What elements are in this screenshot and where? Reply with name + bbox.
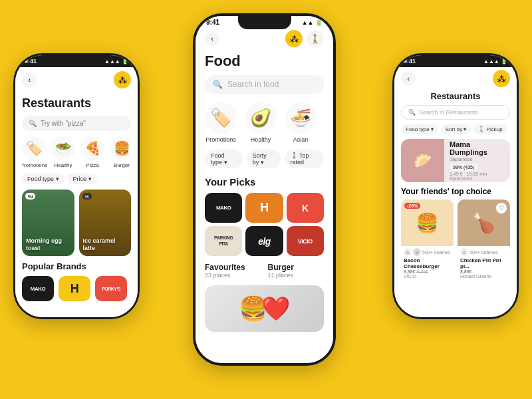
center-search-bar[interactable]: 🔍 Search in food [205,75,324,94]
left-page-title: Restaurants [22,94,131,116]
left-foodtype-filter[interactable]: Food type ▾ [22,174,65,184]
left-card-toast[interactable]: hg Morning eggtoast [22,190,74,256]
right-friend-card-1-brand: VICIO [404,274,451,279]
center-favourites-group: Favourites 23 places [205,263,261,279]
center-sortby-filter[interactable]: Sorty by ▾ [247,150,281,168]
right-friend-card-2-name: Chicken Piri Piri pl... [460,257,507,269]
left-cat-pizza-icon: 🍕 [80,136,104,160]
center-foodtype-filter[interactable]: Food type ▾ [205,150,243,168]
right-status-time: 9:41 [404,58,416,65]
right-rating-value: 98% (435) [453,165,474,170]
right-friend-card-1-info: A B 500+ ordered Bacon Cheeseburger 8,88… [401,246,454,281]
right-back-button[interactable]: ‹ [401,71,416,86]
center-notch [238,16,291,29]
right-foodtype-filter[interactable]: Food type ▾ [401,124,438,134]
center-cat-healthy-icon: 🥑 [245,102,277,134]
center-pick-vicio[interactable]: VICIO [287,226,324,256]
center-pick-h[interactable]: H [245,193,283,223]
left-phone: 9:41 ▲▲▲ 🔋 ‹ ⁂ Restaurants 🔍 🏷️ Promotio… [13,53,140,319]
left-search-icon: 🔍 [29,120,37,127]
left-search-bar[interactable]: 🔍 [22,116,131,131]
left-food-cards: hg Morning eggtoast aç Ice caramellatte [22,190,131,256]
left-brand-h[interactable]: H [59,276,90,301]
left-cat-promotions-label: Promotions [22,162,47,168]
right-menu-icon[interactable]: ⁂ [493,70,510,87]
center-pick-k[interactable]: K [287,193,324,223]
center-status-icons: ▲▲ 🔋 [302,19,323,26]
center-status-time: 9:41 [206,19,219,26]
center-pick-mako[interactable]: MAKO [205,193,242,223]
left-back-button[interactable]: ‹ [22,72,37,87]
center-phone: 9:41 ▲▲ 🔋 ‹ ⁂ 🚶 Food 🔍 Search in food 🏷️… [193,13,336,366]
right-friend-card-1-discount: -20% [404,203,420,209]
left-status-icons: ▲▲▲ 🔋 [104,59,128,65]
right-restaurant-details: 1,49 € · 10-20 min · Sponsored [450,172,505,181]
right-friend-card-2-heart[interactable]: ♡ [496,203,507,213]
center-banner-heart: ❤️ [261,295,291,323]
center-picks-grid: MAKO H K PARKINGPITA elg VICIO [205,193,324,256]
center-pick-parking[interactable]: PARKINGPITA [205,226,242,256]
left-brand-porkys[interactable]: PORKY'S [95,276,127,301]
center-cat-promotions-label: Promotions [205,136,236,143]
left-cat-burger-icon: 🍔 [110,136,131,160]
center-cat-asian-label: Asian [293,136,309,143]
right-friend-card-1-name: Bacon Cheeseburger [404,257,451,269]
right-friends-grid: 🍔 -20% A B 500+ ordered Bacon Cheeseburg… [401,200,510,281]
left-filter-row: Food type ▾ Price ▾ [22,174,131,184]
center-cat-promotions[interactable]: 🏷️ Promotions [205,102,237,143]
right-friend-card-2-price: 8,88€ [460,269,507,274]
left-popular-brands-title: Popular Brands [22,261,131,271]
left-cat-pizza-label: Pizza [86,162,99,168]
right-status-icons: ▲▲▲ 🔋 [483,59,507,65]
left-card-latte-logo: aç [82,193,92,200]
left-search-input[interactable] [41,120,124,127]
center-page-title: Food [205,51,324,75]
center-cat-healthy[interactable]: 🥑 Healthy [245,102,277,143]
center-menu-icon[interactable]: ⁂ [285,30,303,47]
right-restaurant-name: Mama Dumplings [450,140,505,156]
left-card-latte-label: Ice caramellatte [83,237,116,252]
right-friend-card-2-info: A 500+ ordered Chicken Piri Piri pl... 8… [458,246,510,281]
right-pickup-filter[interactable]: 🚶 Pickup [473,124,507,134]
left-card-toast-logo: hg [25,193,35,200]
left-brands-row: MAKO H PORKY'S [22,276,131,301]
left-price-filter[interactable]: Price ▾ [68,174,97,184]
right-phone: 9:41 ▲▲▲ 🔋 ‹ ⁂ Restaurants 🔍 Search in R… [392,53,519,319]
left-menu-icon[interactable]: ⁂ [114,71,131,88]
left-cat-healthy-label: Healthy [54,162,72,168]
left-card-latte[interactable]: aç Ice caramellatte [79,190,132,256]
right-restaurant-info: Mama Dumplings Japanese 98% (435) 1,49 €… [444,139,510,182]
left-brand-mako[interactable]: MAKO [22,276,54,301]
left-categories: 🏷️ Promotions 🥗 Healthy 🍕 Pizza 🍔 Burger [22,136,131,168]
center-favourites-title: Favourites [205,263,261,272]
center-toprated-filter[interactable]: 🚶 Top rated [285,150,324,168]
center-favourites-section: Favourites 23 places Burger 11 places [205,263,324,279]
right-search-bar[interactable]: 🔍 Search in Restaurants [401,105,510,120]
left-cat-healthy[interactable]: 🥗 Healthy [51,136,75,168]
center-pick-elg[interactable]: elg [245,226,283,256]
center-bottom-banner[interactable]: 🍔 ❤️ [205,285,324,332]
right-friend-card-2[interactable]: 🍗 ♡ A 500+ ordered Chicken Piri Piri pl.… [458,200,510,281]
center-cat-asian-icon: 🍜 [285,102,317,134]
right-page-title: Restaurants [401,91,510,105]
left-cat-healthy-icon: 🥗 [51,136,75,160]
center-cat-promotions-icon: 🏷️ [205,102,237,134]
center-run-icon[interactable]: 🚶 [307,30,324,47]
right-search-placeholder: Search in Restaurants [419,109,478,116]
right-friend-card-1-ordered: A B 500+ ordered [404,248,451,256]
center-back-button[interactable]: ‹ [205,31,219,46]
left-status-time: 9:41 [25,58,37,65]
center-cat-asian[interactable]: 🍜 Asian [285,102,317,143]
right-friend-card-2-ordered: A 500+ ordered [460,248,507,256]
center-favourites-count: 23 places [205,272,261,279]
right-sortby-filter[interactable]: Sort by ▾ [441,124,471,134]
left-cat-promotions[interactable]: 🏷️ Promotions [22,136,46,168]
left-cat-burger-label: Burger [114,162,130,168]
left-cat-burger[interactable]: 🍔 Burger [110,136,131,168]
left-cat-pizza[interactable]: 🍕 Pizza [80,136,104,168]
center-cat-healthy-label: Healthy [251,136,271,143]
right-restaurant-card[interactable]: 🥟 Mama Dumplings Japanese 98% (435) 1,49… [401,139,510,182]
right-search-icon: 🔍 [408,109,416,116]
right-friend-card-1[interactable]: 🍔 -20% A B 500+ ordered Bacon Cheeseburg… [401,200,454,281]
right-restaurant-type: Japanese [450,156,505,162]
